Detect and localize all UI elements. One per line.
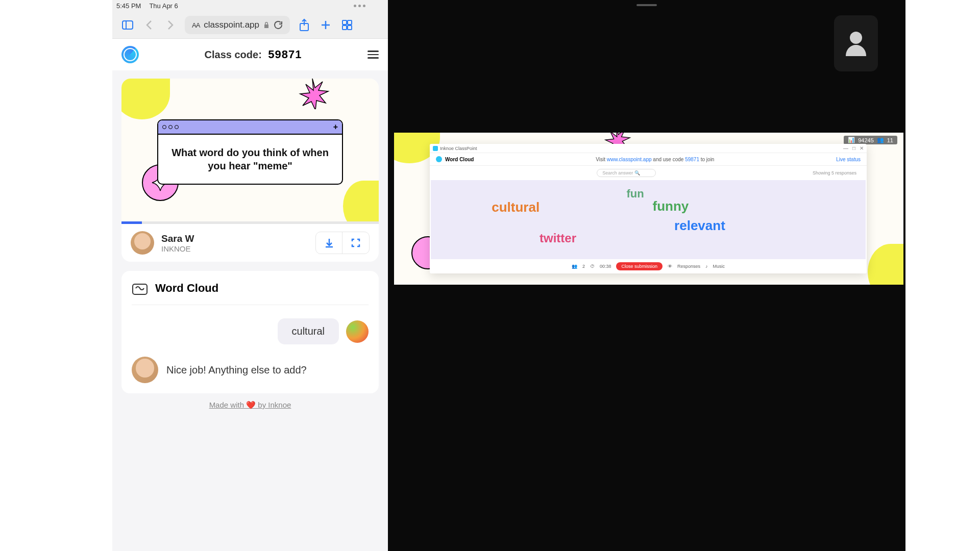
close-submission-button[interactable]: Close submission [616,262,663,270]
class-code-display: Class code: 59871 [147,48,359,61]
multitask-dots-icon[interactable] [354,5,365,7]
avatar [346,320,369,343]
student-response-bubble: cultural [278,318,339,344]
url-text: classpoint.app [204,20,259,30]
content-scroll[interactable]: + What word do you think of when you hea… [112,70,388,551]
current-slide-card: + What word do you think of when you hea… [121,79,379,262]
download-button-icon[interactable] [316,232,342,254]
ipad-status-bar: 5:45 PM Thu Apr 6 [112,0,388,12]
video-call-panel: 📊94245 👥11 Inknoe ClassPoint —□✕ Word Cl… [388,0,905,551]
music-icon: ♪ [705,264,708,269]
app-icon [433,146,438,151]
live-status-link[interactable]: Live status [836,157,861,162]
footer-credit[interactable]: Made with ❤️ by Inknoe [121,393,379,417]
join-instruction: Visit www.classpoint.app and use code 59… [474,157,836,162]
safari-toolbar: AA classpoint.app [112,12,388,38]
self-video-tile[interactable] [834,15,878,71]
clock-icon: ⏱ [590,264,595,269]
avatar [131,231,154,255]
reload-icon[interactable] [274,20,283,30]
menu-button-icon[interactable] [368,51,379,59]
status-badge: 📊94245 👥11 [844,136,897,144]
status-time: 5:45 PM [116,2,141,10]
classpoint-logo-icon [436,156,442,162]
svg-rect-7 [348,20,352,24]
svg-rect-6 [342,20,347,24]
svg-rect-8 [342,26,347,30]
back-button-icon[interactable] [142,18,156,32]
svg-point-13 [850,32,862,44]
section-title: Word Cloud [155,282,218,295]
tabs-overview-icon[interactable] [340,18,354,32]
search-input[interactable]: Search answer 🔍 [597,169,656,177]
status-date: Thu Apr 6 [149,2,178,10]
response-count: Showing 5 responses [813,170,856,176]
svg-rect-12 [133,284,147,294]
screenshare-tile[interactable]: 📊94245 👥11 Inknoe ClassPoint —□✕ Word Cl… [394,133,903,285]
person-icon: 👥 [572,264,577,269]
lock-icon [263,21,270,29]
starburst-icon [292,79,333,109]
teacher-message: Nice job! Anything else to add? [166,364,307,376]
fullscreen-button-icon[interactable] [342,232,369,254]
slide-progress [121,221,379,224]
eye-icon: 👁 [668,264,672,269]
reader-view-icon[interactable]: AA [192,21,200,29]
avatar [132,357,158,383]
sidebar-toggle-icon[interactable] [120,18,135,32]
slide-image: + What word do you think of when you hea… [121,79,379,221]
classpoint-logo-icon[interactable] [121,46,139,63]
new-tab-icon[interactable] [318,18,333,32]
prompt-window: + What word do you think of when you hea… [157,119,343,185]
wordcloud-section: Word Cloud cultural Nice job! Anything e… [121,271,379,393]
svg-rect-9 [348,26,352,30]
forward-button-icon[interactable] [163,18,178,32]
ipad-safari-view: 5:45 PM Thu Apr 6 AA classpoint.app [112,0,388,551]
wordcloud-icon [132,281,148,295]
wordcloud-canvas: fun cultural funny relevant twitter [431,180,866,259]
share-icon[interactable] [297,18,311,32]
presenter-name: Sara W [161,233,308,244]
drag-handle-icon[interactable] [636,4,657,6]
presenter-org: INKNOE [161,244,308,253]
classpoint-header: Class code: 59871 [112,39,388,70]
projector-classpoint-window: Inknoe ClassPoint —□✕ Word Cloud Visit w… [430,144,867,273]
window-controls[interactable]: —□✕ [843,145,864,151]
svg-rect-0 [122,21,133,29]
address-bar[interactable]: AA classpoint.app [185,16,290,34]
